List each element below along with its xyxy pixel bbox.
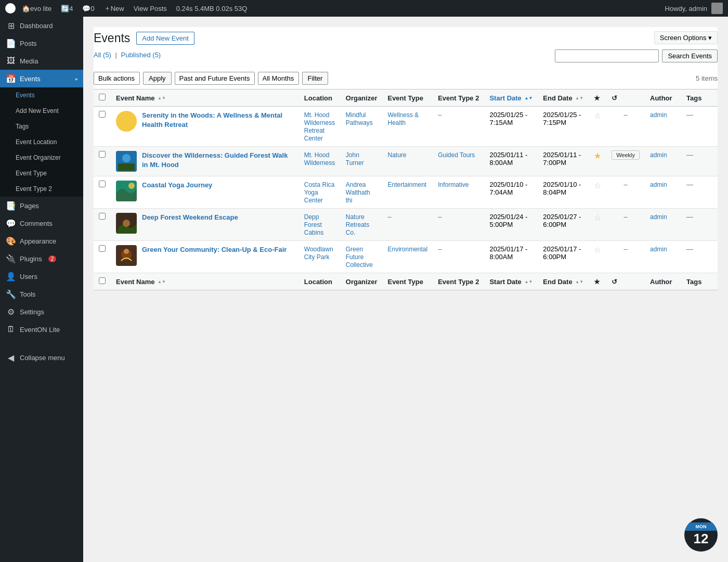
footer-col-startdate[interactable]: Start Date ▲▼ — [484, 273, 538, 290]
submenu-item-type2[interactable]: Event Type 2 — [0, 181, 83, 197]
event-author-4[interactable]: admin — [650, 213, 667, 221]
sidebar-item-eventon[interactable]: 🗓 EventON Lite — [0, 321, 83, 338]
row-checkbox-4[interactable] — [99, 213, 106, 220]
col-header-enddate[interactable]: End Date ▲▼ — [538, 90, 589, 107]
event-organizer-5[interactable]: Green Future Collective — [346, 246, 373, 269]
footer-col-enddate[interactable]: End Date ▲▼ — [538, 273, 589, 290]
pages-icon: 📑 — [6, 201, 16, 210]
adminbar-comments[interactable]: 💬 0 — [79, 0, 97, 17]
sidebar-item-pages[interactable]: 📑 Pages — [0, 197, 83, 214]
sidebar-item-dashboard[interactable]: ⊞ Dashboard — [0, 17, 83, 34]
footer-startdate-sort-icon[interactable]: ▲▼ — [524, 280, 532, 284]
event-filter-select[interactable]: Past and Future Events — [175, 72, 255, 85]
sidebar-item-settings[interactable]: ⚙ Settings — [0, 303, 83, 321]
sidebar-item-events[interactable]: 📅 Events ▸ — [0, 70, 83, 87]
row-checkbox-1[interactable] — [99, 111, 106, 118]
sidebar-item-plugins[interactable]: 🔌 Plugins 2 — [0, 250, 83, 267]
featured-star-2[interactable]: ★ — [594, 151, 601, 160]
sidebar-item-tools[interactable]: 🔧 Tools — [0, 285, 83, 303]
sidebar-item-media[interactable]: 🖼 Media — [0, 52, 83, 70]
event-organizer-1[interactable]: Mindful Pathways — [346, 111, 373, 126]
submenu-item-organizer[interactable]: Event Organizer — [0, 150, 83, 165]
submenu-item-add-event[interactable]: Add New Event — [0, 103, 83, 119]
event-title-2[interactable]: Discover the Wilderness: Guided Forest W… — [142, 151, 294, 170]
wp-logo[interactable] — [5, 3, 16, 14]
event-author-5[interactable]: admin — [650, 246, 667, 253]
event-type-3[interactable]: Entertainment — [387, 181, 426, 188]
sidebar-item-posts[interactable]: 📄 Posts — [0, 34, 83, 52]
adminbar-updates[interactable]: 🔄 4 — [58, 0, 76, 17]
footer-col-name[interactable]: Event Name ▲▼ — [111, 273, 299, 290]
event-enddate-5: 2025/01/17 - 6:00PM — [538, 241, 589, 273]
sidebar-item-appearance[interactable]: 🎨 Appearance — [0, 232, 83, 250]
event-title-3[interactable]: Coastal Yoga Journey — [142, 181, 212, 190]
adminbar-new[interactable]: ＋ New — [101, 0, 127, 17]
event-location-2[interactable]: Mt. Hood Wilderness — [304, 151, 335, 167]
submenu-item-events[interactable]: Events — [0, 87, 83, 103]
month-filter-select[interactable]: All Months — [258, 72, 299, 85]
event-author-2[interactable]: admin — [650, 151, 667, 159]
select-all-footer-checkbox[interactable] — [99, 277, 106, 284]
row-checkbox-5[interactable] — [99, 245, 106, 252]
col-header-startdate[interactable]: Start Date ▲▼ — [484, 90, 538, 107]
adminbar-view-posts[interactable]: View Posts — [131, 0, 170, 17]
event-type-2[interactable]: Nature — [387, 151, 406, 159]
event-organizer-3[interactable]: Andrea Walthath thi — [346, 181, 370, 204]
search-events-input[interactable] — [555, 49, 659, 62]
col-header-author: Author — [645, 90, 681, 107]
sidebar-label-settings: Settings — [20, 308, 44, 316]
featured-star-1[interactable]: ☆ — [594, 111, 601, 120]
search-events-button[interactable]: Search Events — [662, 49, 718, 62]
footer-name-sort-icon[interactable]: ▲▼ — [158, 280, 166, 284]
items-count: 5 items — [696, 74, 718, 82]
name-sort-icon[interactable]: ▲▼ — [158, 96, 166, 100]
event-startdate-2: 2025/01/11 - 8:00AM — [484, 147, 538, 176]
startdate-sort-icon[interactable]: ▲▼ — [524, 96, 532, 100]
event-title-5[interactable]: Green Your Community: Clean-Up & Eco-Fai… — [142, 245, 287, 254]
event-organizer-4[interactable]: Nature Retreats Co. — [346, 213, 369, 236]
submenu-item-location[interactable]: Event Location — [0, 134, 83, 150]
filter-all-link[interactable]: All (5) — [94, 51, 111, 59]
sidebar-item-comments[interactable]: 💬 Comments — [0, 214, 83, 232]
row-checkbox-3[interactable] — [99, 181, 106, 187]
sidebar-item-collapse[interactable]: ◀ Collapse menu — [0, 349, 83, 366]
tools-icon: 🔧 — [6, 289, 16, 299]
event-type-1[interactable]: Wellness & Health — [387, 111, 419, 126]
event-location-5[interactable]: Woodlawn City Park — [304, 246, 333, 261]
col-header-name[interactable]: Event Name ▲▼ — [111, 90, 299, 107]
event-location-4[interactable]: Depp Forest Cabins — [304, 213, 323, 236]
sidebar-item-users[interactable]: 👤 Users — [0, 267, 83, 285]
select-all-checkbox[interactable] — [99, 94, 106, 100]
event-location-1[interactable]: Mt. Hood Wilderness Retreat Center — [304, 111, 335, 142]
event-title-1[interactable]: Serenity in the Woods: A Wellness & Ment… — [142, 111, 294, 130]
filter-button[interactable]: Filter — [302, 72, 329, 85]
adminbar-site[interactable]: 🏠 evo lite — [19, 0, 55, 17]
add-new-event-button[interactable]: Add New Event — [136, 32, 194, 45]
featured-star-4[interactable]: ☆ — [594, 213, 601, 222]
event-author-3[interactable]: admin — [650, 181, 667, 188]
event-organizer-2[interactable]: John Turner — [346, 151, 364, 167]
date-widget-day-num: 12 — [694, 531, 709, 547]
featured-star-3[interactable]: ☆ — [594, 181, 601, 190]
footer-enddate-sort-icon[interactable]: ▲▼ — [575, 280, 583, 284]
event-type2-2[interactable]: Guided Tours — [438, 151, 475, 159]
submenu-item-tags[interactable]: Tags — [0, 119, 83, 134]
adminbar-howdy: Howdy, admin — [665, 5, 707, 12]
admin-avatar[interactable] — [711, 3, 723, 14]
users-icon: 👤 — [6, 272, 16, 281]
event-type2-3[interactable]: Informative — [438, 181, 469, 188]
bulk-actions-select[interactable]: Bulk actions — [94, 72, 140, 85]
apply-button[interactable]: Apply — [143, 72, 172, 85]
enddate-sort-icon[interactable]: ▲▼ — [575, 96, 583, 100]
event-author-1[interactable]: admin — [650, 111, 667, 119]
media-icon: 🖼 — [6, 56, 16, 66]
submenu-item-type[interactable]: Event Type — [0, 165, 83, 181]
event-type-5[interactable]: Environmental — [387, 246, 427, 253]
screen-options-button[interactable]: Screen Options ▾ — [654, 31, 718, 44]
row-checkbox-2[interactable] — [99, 151, 106, 158]
event-location-3[interactable]: Costa Rica Yoga Center — [304, 181, 335, 204]
featured-star-5[interactable]: ☆ — [594, 246, 601, 254]
event-thumb-1 — [116, 111, 137, 132]
filter-published-link[interactable]: Published (5) — [121, 51, 161, 59]
event-title-4[interactable]: Deep Forest Weekend Escape — [142, 213, 238, 222]
